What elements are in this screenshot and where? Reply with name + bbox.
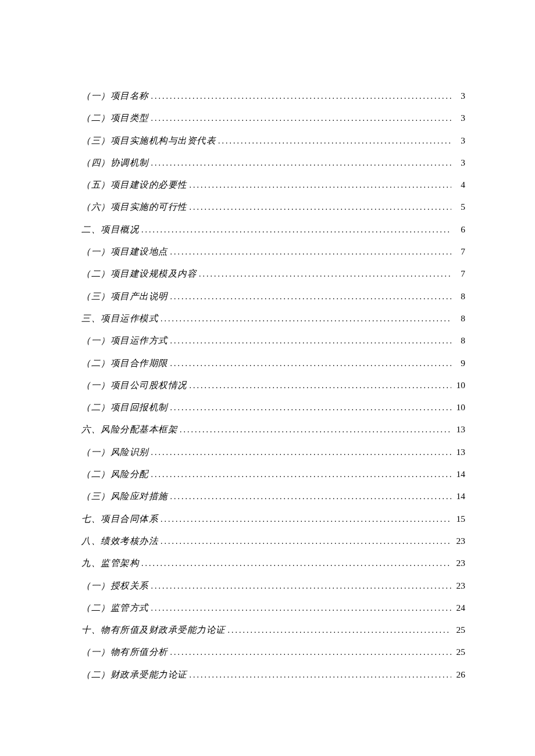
toc-entry-page: 7 <box>454 246 465 257</box>
toc-entry-page: 23 <box>454 558 465 568</box>
toc-entry-page: 5 <box>454 202 465 212</box>
toc-entry-title: （二）项目回报机制 <box>81 402 168 414</box>
table-of-contents: （一）项目名称3（二）项目类型3（三）项目实施机构与出资代表3（四）协调机制3（… <box>81 90 465 681</box>
toc-entry-page: 14 <box>454 469 465 479</box>
toc-entry-page: 10 <box>454 380 465 390</box>
toc-entry-page: 24 <box>454 603 465 613</box>
toc-entry: （二）项目建设规模及内容7 <box>81 268 465 280</box>
toc-entry-title: （一）授权关系 <box>81 580 149 592</box>
toc-entry-page: 15 <box>454 514 465 524</box>
toc-entry-page: 10 <box>454 402 465 413</box>
toc-entry-leader <box>151 91 452 101</box>
toc-entry: （三）项目实施机构与出资代表3 <box>81 135 465 147</box>
toc-entry-page: 14 <box>454 491 465 501</box>
toc-entry-title: （五）项目建设的必要性 <box>81 179 187 191</box>
toc-entry: 二、项目概况6 <box>81 224 465 236</box>
toc-entry: （二）财政承受能力论证26 <box>81 669 465 681</box>
toc-entry-page: 4 <box>454 180 465 190</box>
toc-entry-leader <box>151 157 452 168</box>
toc-entry: 八、绩效考核办法23 <box>81 535 465 547</box>
toc-entry-page: 9 <box>454 358 465 368</box>
toc-entry-page: 3 <box>454 157 465 168</box>
toc-entry-leader <box>170 402 452 413</box>
toc-entry-leader <box>170 491 452 501</box>
toc-entry-title: （三）项目产出说明 <box>81 291 168 303</box>
toc-entry-leader <box>160 514 451 524</box>
toc-entry: 十、物有所值及财政承受能力论证25 <box>81 624 465 636</box>
toc-entry-title: （二）风险分配 <box>81 468 149 481</box>
toc-entry-title: （一）物有所值分析 <box>81 646 168 658</box>
toc-entry-title: （六）项目实施的可行性 <box>81 201 187 213</box>
toc-entry-title: （三）风险应对措施 <box>81 490 168 503</box>
toc-entry-page: 3 <box>454 113 465 123</box>
toc-entry-leader <box>151 447 452 457</box>
toc-entry: （三）风险应对措施14 <box>81 490 465 503</box>
toc-entry: （二）项目回报机制10 <box>81 402 465 414</box>
toc-entry: （三）项目产出说明8 <box>81 291 465 303</box>
toc-entry: （一）项目名称3 <box>81 90 465 102</box>
toc-entry-page: 8 <box>454 335 465 346</box>
toc-entry-leader <box>199 268 451 279</box>
toc-entry-title: （二）项目建设规模及内容 <box>81 268 197 280</box>
toc-entry-page: 25 <box>454 647 465 657</box>
toc-entry-leader <box>180 424 451 435</box>
toc-entry-page: 3 <box>454 135 465 146</box>
toc-entry: （二）风险分配14 <box>81 468 465 481</box>
toc-entry-page: 23 <box>454 536 465 546</box>
toc-entry: 九、监管架构23 <box>81 557 465 569</box>
toc-entry: （二）项目合作期限9 <box>81 357 465 370</box>
toc-entry: （一）风险识别13 <box>81 446 465 458</box>
toc-entry-page: 13 <box>454 424 465 435</box>
toc-entry-page: 7 <box>454 268 465 279</box>
toc-entry-page: 13 <box>454 447 465 457</box>
toc-entry-leader <box>151 581 452 591</box>
toc-entry-leader <box>170 246 452 257</box>
toc-entry: （二）监管方式24 <box>81 602 465 614</box>
toc-entry: 三、项目运作模式8 <box>81 313 465 325</box>
toc-entry-page: 8 <box>454 313 465 324</box>
toc-entry: （六）项目实施的可行性5 <box>81 201 465 213</box>
toc-entry-leader <box>170 291 452 302</box>
toc-entry-title: （一）项目名称 <box>81 90 149 102</box>
toc-entry-title: （一）项目运作方式 <box>81 335 168 347</box>
toc-entry-page: 25 <box>454 625 465 635</box>
toc-entry-title: （二）监管方式 <box>81 602 149 614</box>
toc-entry-title: 八、绩效考核办法 <box>81 535 158 547</box>
toc-entry-leader <box>218 135 451 146</box>
toc-entry-leader <box>151 113 452 123</box>
toc-entry-leader <box>190 180 452 190</box>
toc-entry-leader <box>160 536 451 546</box>
toc-entry: （一）项目运作方式8 <box>81 335 465 347</box>
toc-entry: （一）项目建设地点7 <box>81 246 465 258</box>
toc-entry: （五）项目建设的必要性4 <box>81 179 465 191</box>
toc-entry-title: （二）项目类型 <box>81 112 149 124</box>
toc-entry-title: （一）风险识别 <box>81 446 149 458</box>
toc-entry-leader <box>190 669 452 680</box>
toc-entry: （一）物有所值分析25 <box>81 646 465 658</box>
toc-entry-page: 3 <box>454 91 465 101</box>
toc-entry-leader <box>141 224 451 235</box>
toc-entry-title: 六、风险分配基本框架 <box>81 424 177 436</box>
toc-entry: （二）项目类型3 <box>81 112 465 124</box>
toc-entry-title: 九、监管架构 <box>81 557 139 569</box>
toc-entry-leader <box>228 625 452 635</box>
toc-entry-title: （四）协调机制 <box>81 157 149 169</box>
toc-entry-leader <box>160 313 451 324</box>
toc-entry-title: （三）项目实施机构与出资代表 <box>81 135 216 147</box>
toc-entry: （一）项目公司股权情况10 <box>81 379 465 392</box>
toc-entry-leader <box>170 335 452 346</box>
toc-entry-title: （一）项目公司股权情况 <box>81 379 187 392</box>
toc-entry-leader <box>151 603 452 613</box>
toc-entry-title: 二、项目概况 <box>81 224 139 236</box>
toc-entry: 六、风险分配基本框架13 <box>81 424 465 436</box>
toc-entry-leader <box>151 469 452 479</box>
toc-entry-page: 8 <box>454 291 465 302</box>
toc-entry-title: （二）项目合作期限 <box>81 357 168 370</box>
toc-entry-page: 23 <box>454 581 465 591</box>
toc-entry-title: （一）项目建设地点 <box>81 246 168 258</box>
toc-entry-title: （二）财政承受能力论证 <box>81 669 187 681</box>
toc-entry-leader <box>141 558 451 568</box>
toc-entry-page: 6 <box>454 224 465 235</box>
toc-entry-title: 十、物有所值及财政承受能力论证 <box>81 624 226 636</box>
toc-entry-leader <box>190 202 452 212</box>
